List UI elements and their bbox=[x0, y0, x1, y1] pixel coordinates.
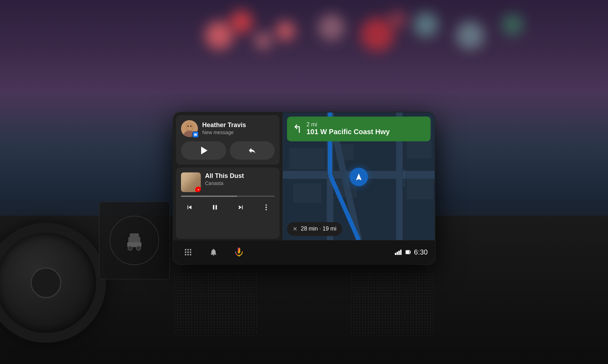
bokeh-6 bbox=[414, 12, 438, 37]
location-marker bbox=[350, 168, 368, 186]
svg-point-11 bbox=[190, 125, 192, 127]
message-card[interactable]: Heather Travis New message bbox=[176, 115, 280, 165]
message-info: Heather Travis New message bbox=[202, 121, 275, 136]
voice-button[interactable] bbox=[231, 244, 247, 260]
apps-button[interactable] bbox=[180, 244, 196, 260]
status-area: 6:30 bbox=[395, 248, 428, 256]
svg-point-15 bbox=[265, 204, 267, 205]
svg-rect-46 bbox=[395, 253, 396, 255]
bokeh-5 bbox=[361, 18, 394, 51]
music-header: All This Dust Canasta bbox=[181, 172, 275, 192]
song-title: All This Dust bbox=[205, 172, 275, 180]
map-panel[interactable]: Cullman Drw Gillman Dr W ↰ 2 mi 101 W Pa… bbox=[283, 112, 435, 240]
message-badge bbox=[192, 131, 199, 138]
progress-bar[interactable] bbox=[181, 196, 275, 197]
play-message-button[interactable] bbox=[181, 141, 226, 160]
svg-rect-48 bbox=[398, 251, 400, 255]
svg-rect-2 bbox=[130, 233, 139, 238]
nav-distance: 2 mi bbox=[306, 121, 390, 128]
svg-rect-28 bbox=[407, 178, 433, 199]
eta-time-value: 28 min bbox=[301, 226, 318, 232]
skip-back-button[interactable] bbox=[182, 200, 197, 214]
speaker-grille-left bbox=[173, 272, 258, 336]
youtube-icon bbox=[197, 188, 200, 191]
eta-time: 28 min · 19 mi bbox=[301, 226, 337, 232]
svg-text:Cullman Drw: Cullman Drw bbox=[328, 169, 331, 185]
svg-text:Gillman Dr W: Gillman Dr W bbox=[403, 169, 406, 186]
message-actions bbox=[181, 141, 275, 160]
bokeh-4 bbox=[318, 14, 345, 41]
bokeh-1 bbox=[205, 21, 233, 49]
svg-rect-43 bbox=[185, 254, 186, 255]
reply-message-button[interactable] bbox=[230, 141, 275, 160]
pause-button[interactable] bbox=[208, 200, 222, 214]
svg-point-16 bbox=[265, 207, 267, 208]
svg-rect-25 bbox=[407, 141, 432, 158]
message-sender: Heather Travis bbox=[202, 121, 275, 129]
svg-rect-26 bbox=[293, 183, 321, 203]
svg-point-4 bbox=[136, 246, 141, 250]
skip-back-icon bbox=[186, 203, 193, 211]
skip-forward-icon bbox=[237, 203, 245, 211]
music-controls bbox=[181, 200, 275, 214]
message-header: Heather Travis New message bbox=[181, 120, 275, 137]
apps-grid-icon bbox=[184, 248, 192, 256]
music-info: All This Dust Canasta bbox=[205, 172, 275, 186]
bell-icon bbox=[209, 248, 218, 256]
progress-fill bbox=[181, 196, 237, 197]
bokeh-2 bbox=[230, 11, 253, 34]
reply-icon bbox=[248, 146, 256, 155]
more-options-button[interactable] bbox=[259, 200, 273, 214]
instrument-cluster bbox=[99, 202, 170, 279]
navigation-arrow-icon bbox=[355, 173, 363, 181]
svg-rect-37 bbox=[185, 249, 186, 250]
bokeh-10 bbox=[389, 11, 407, 28]
steering-wheel bbox=[0, 223, 106, 343]
time-display: 6:30 bbox=[414, 248, 428, 256]
eta-close-icon[interactable]: ✕ bbox=[293, 226, 297, 232]
android-auto-screen: Heather Travis New message bbox=[173, 112, 435, 264]
bokeh-9 bbox=[255, 32, 272, 49]
left-panel: Heather Travis New message bbox=[173, 112, 283, 240]
eta-dist-value: 19 mi bbox=[322, 226, 336, 232]
microphone-icon bbox=[234, 247, 244, 257]
messages-icon-small bbox=[194, 133, 197, 136]
svg-point-10 bbox=[187, 125, 189, 127]
svg-rect-47 bbox=[397, 252, 398, 255]
youtube-badge bbox=[195, 186, 201, 192]
nav-icons bbox=[180, 244, 395, 260]
location-dot bbox=[350, 168, 368, 186]
svg-rect-51 bbox=[406, 251, 409, 253]
svg-rect-23 bbox=[290, 148, 325, 169]
nav-street: 101 W Pacific Coast Hwy bbox=[306, 128, 390, 136]
screen-content: Heather Travis New message bbox=[173, 112, 435, 240]
message-subtitle: New message bbox=[202, 130, 275, 135]
pause-icon bbox=[211, 203, 219, 211]
svg-rect-52 bbox=[410, 251, 411, 253]
more-icon bbox=[262, 203, 270, 211]
avatar-container bbox=[181, 120, 198, 137]
bottom-bar: 6:30 bbox=[173, 240, 435, 264]
album-art bbox=[181, 172, 201, 192]
signal-icon bbox=[395, 249, 403, 255]
nav-banner: ↰ 2 mi 101 W Pacific Coast Hwy bbox=[287, 117, 431, 141]
turn-arrow-icon: ↰ bbox=[293, 122, 302, 136]
svg-rect-49 bbox=[400, 250, 402, 255]
skip-forward-button[interactable] bbox=[234, 200, 248, 214]
svg-rect-44 bbox=[187, 254, 189, 255]
cluster-display bbox=[110, 216, 159, 265]
svg-rect-42 bbox=[190, 251, 191, 253]
notifications-button[interactable] bbox=[206, 244, 221, 260]
artist-name: Canasta bbox=[205, 180, 275, 186]
svg-rect-45 bbox=[190, 254, 191, 255]
music-card[interactable]: All This Dust Canasta bbox=[176, 167, 280, 239]
battery-icon bbox=[405, 249, 411, 255]
play-icon bbox=[201, 147, 207, 154]
svg-rect-12 bbox=[194, 133, 197, 136]
svg-rect-39 bbox=[190, 249, 191, 250]
car-icon bbox=[125, 228, 143, 253]
eta-banner: ✕ 28 min · 19 mi bbox=[287, 222, 342, 236]
bokeh-8 bbox=[502, 14, 523, 35]
bokeh-7 bbox=[456, 21, 484, 49]
svg-rect-41 bbox=[187, 251, 189, 253]
